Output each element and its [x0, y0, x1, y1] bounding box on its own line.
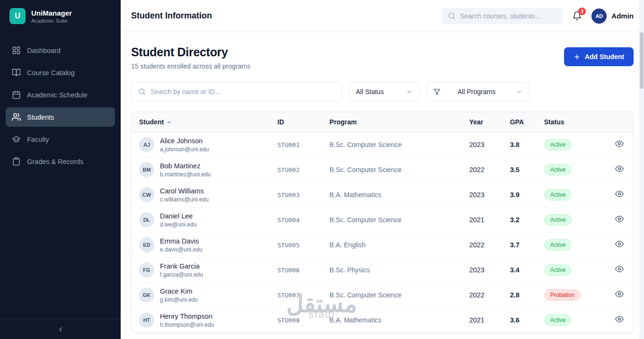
status-badge: Probation	[544, 289, 581, 301]
table-row[interactable]: GK Grace Kim g.kim@uni.edu STU007 B.Sc. …	[132, 283, 633, 308]
student-avatar: CW	[139, 187, 154, 202]
view-student-button[interactable]	[615, 290, 624, 298]
sidebar-item-label: Faculty	[27, 136, 49, 143]
student-id: STU002	[270, 157, 322, 183]
table-header-row: Student ID Program Year GPA Status	[132, 112, 633, 132]
user-menu[interactable]: AD Admin	[591, 9, 634, 24]
page-title: Student Directory	[131, 45, 250, 59]
view-student-button[interactable]	[615, 139, 624, 148]
student-name: Frank Garcia	[160, 262, 203, 270]
student-name: Carol Williams	[160, 187, 209, 195]
sidebar-item-dashboard[interactable]: Dashboard	[6, 41, 115, 60]
view-student-button[interactable]	[615, 315, 624, 323]
student-avatar: HT	[139, 313, 154, 328]
student-name: Henry Thompson	[160, 313, 214, 320]
student-email: h.thompson@uni.edu	[160, 322, 214, 328]
student-name: Bob Martinez	[160, 162, 211, 170]
student-email: d.lee@uni.edu	[160, 221, 197, 228]
status-badge: Active	[544, 139, 572, 150]
users-icon	[12, 113, 21, 122]
table-row[interactable]: HT Henry Thompson h.thompson@uni.edu STU…	[132, 308, 633, 333]
notifications-button[interactable]: 3	[572, 11, 582, 21]
table-search	[131, 82, 342, 101]
page-subtitle: 15 students enrolled across all programs	[131, 62, 250, 70]
student-avatar: AJ	[139, 137, 154, 152]
student-email: b.martinez@uni.edu	[160, 171, 211, 178]
student-program: B.Sc. Computer Science	[322, 208, 461, 233]
status-badge: Active	[544, 164, 572, 175]
table-search-input[interactable]	[150, 88, 335, 96]
plus-icon	[573, 53, 581, 61]
add-student-label: Add Student	[585, 53, 624, 61]
topbar: Student Information 3 AD Admin	[121, 0, 644, 32]
table-row[interactable]: FG Frank Garcia f.garcia@uni.edu STU006 …	[132, 258, 633, 283]
view-student-button[interactable]	[615, 165, 624, 173]
student-avatar: BM	[139, 162, 154, 177]
graduation-cap-icon	[12, 135, 21, 144]
student-program: B.Sc. Computer Science	[322, 283, 461, 308]
student-email: c.williams@uni.edu	[160, 196, 209, 203]
table-row[interactable]: CW Carol Williams c.williams@uni.edu STU…	[132, 183, 633, 208]
eye-icon	[615, 315, 624, 323]
student-program: B.Sc. Physics	[322, 258, 461, 283]
student-id: STU001	[270, 132, 322, 157]
global-search-input[interactable]	[460, 12, 556, 20]
filter-funnel-icon	[433, 88, 441, 96]
eye-icon	[615, 139, 624, 148]
page-scrollbar[interactable]	[639, 0, 644, 339]
status-badge: Active	[544, 264, 572, 276]
scrollbar-thumb[interactable]	[640, 32, 644, 89]
student-id: STU007	[270, 283, 322, 308]
student-id: STU005	[270, 233, 322, 258]
column-header-year[interactable]: Year	[462, 112, 503, 132]
view-student-button[interactable]	[615, 190, 624, 198]
sidebar-item-faculty[interactable]: Faculty	[6, 130, 115, 149]
status-filter-select[interactable]: All Status	[349, 82, 420, 101]
clipboard-icon	[12, 157, 21, 166]
student-email: a.johnson@uni.edu	[160, 146, 209, 153]
table-row[interactable]: BM Bob Martinez b.martinez@uni.edu STU00…	[132, 157, 633, 183]
student-gpa: 3.4	[503, 258, 537, 283]
view-student-button[interactable]	[615, 240, 624, 248]
column-header-status[interactable]: Status	[537, 112, 606, 132]
student-program: B.A. Mathematics	[322, 308, 461, 333]
program-filter-select[interactable]: All Programs	[426, 82, 529, 101]
student-email: e.davis@uni.edu	[160, 246, 203, 253]
sidebar-item-label: Grades & Records	[27, 158, 83, 165]
column-header-id[interactable]: ID	[270, 112, 322, 132]
student-avatar: FG	[139, 262, 154, 278]
table-row[interactable]: ED Emma Davis e.davis@uni.edu STU005 B.A…	[132, 233, 633, 258]
table-row[interactable]: DL Daniel Lee d.lee@uni.edu STU004 B.Sc.…	[132, 208, 633, 233]
view-student-button[interactable]	[615, 215, 624, 223]
student-year: 2023	[462, 183, 503, 208]
eye-icon	[615, 215, 624, 223]
sidebar-item-label: Students	[27, 113, 54, 121]
student-gpa: 3.5	[503, 157, 537, 183]
status-badge: Active	[544, 214, 572, 226]
sidebar-item-students[interactable]: Students	[6, 107, 115, 127]
view-student-button[interactable]	[615, 265, 624, 273]
sidebar-item-label: Course Catalog	[27, 69, 75, 77]
student-program: B.Sc. Computer Science	[322, 132, 461, 157]
book-icon	[12, 68, 21, 77]
column-header-student[interactable]: Student	[132, 112, 270, 132]
sidebar-collapse-button[interactable]	[57, 326, 64, 333]
student-name: Alice Johnson	[160, 137, 209, 145]
dashboard-grid-icon	[12, 46, 21, 55]
app-name: UniManager	[31, 9, 72, 17]
app-subtitle: Academic Suite	[31, 18, 72, 24]
status-badge: Active	[544, 239, 572, 251]
sidebar-item-course-catalog[interactable]: Course Catalog	[6, 63, 115, 82]
student-name: Emma Davis	[160, 237, 203, 245]
column-header-gpa[interactable]: GPA	[503, 112, 537, 132]
sidebar-item-grades-records[interactable]: Grades & Records	[6, 152, 115, 171]
table-row[interactable]: AJ Alice Johnson a.johnson@uni.edu STU00…	[132, 132, 633, 157]
student-id: STU008	[270, 308, 322, 333]
student-year: 2022	[462, 157, 503, 183]
user-name: Admin	[611, 12, 634, 20]
add-student-button[interactable]: Add Student	[564, 47, 634, 66]
sidebar-item-academic-schedule[interactable]: Academic Schedule	[6, 85, 115, 104]
chevron-down-icon	[516, 88, 522, 95]
student-avatar: DL	[139, 212, 154, 227]
column-header-program[interactable]: Program	[322, 112, 461, 132]
